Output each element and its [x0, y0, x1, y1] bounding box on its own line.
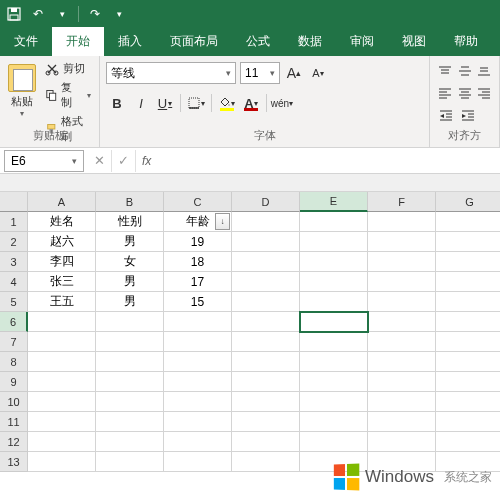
col-header-D[interactable]: D — [232, 192, 300, 212]
cell-D10[interactable] — [232, 392, 300, 412]
row-header-1[interactable]: 1 — [0, 212, 28, 232]
cell-E4[interactable] — [300, 272, 368, 292]
cell-C7[interactable] — [164, 332, 232, 352]
cell-B10[interactable] — [96, 392, 164, 412]
font-size-select[interactable]: 11▾ — [240, 62, 280, 84]
cell-F3[interactable] — [368, 252, 436, 272]
tab-数据[interactable]: 数据 — [284, 27, 336, 56]
cell-D1[interactable] — [232, 212, 300, 232]
font-name-select[interactable]: 等线▾ — [106, 62, 236, 84]
select-all-corner[interactable] — [0, 192, 28, 212]
cell-D11[interactable] — [232, 412, 300, 432]
cell-F4[interactable] — [368, 272, 436, 292]
col-header-B[interactable]: B — [96, 192, 164, 212]
cell-D5[interactable] — [232, 292, 300, 312]
cell-F9[interactable] — [368, 372, 436, 392]
decrease-font-button[interactable]: A▾ — [308, 63, 328, 83]
row-header-10[interactable]: 10 — [0, 392, 28, 412]
tab-审阅[interactable]: 审阅 — [336, 27, 388, 56]
cell-C13[interactable] — [164, 452, 232, 472]
cell-B8[interactable] — [96, 352, 164, 372]
cell-A5[interactable]: 王五 — [28, 292, 96, 312]
cell-C6[interactable] — [164, 312, 232, 332]
row-header-13[interactable]: 13 — [0, 452, 28, 472]
tab-插入[interactable]: 插入 — [104, 27, 156, 56]
tab-视图[interactable]: 视图 — [388, 27, 440, 56]
row-header-9[interactable]: 9 — [0, 372, 28, 392]
cell-G2[interactable] — [436, 232, 500, 252]
cell-B2[interactable]: 男 — [96, 232, 164, 252]
cell-C5[interactable]: 15 — [164, 292, 232, 312]
cell-A3[interactable]: 李四 — [28, 252, 96, 272]
cell-C2[interactable]: 19 — [164, 232, 232, 252]
cell-G5[interactable] — [436, 292, 500, 312]
cell-E3[interactable] — [300, 252, 368, 272]
cell-B5[interactable]: 男 — [96, 292, 164, 312]
cell-F7[interactable] — [368, 332, 436, 352]
italic-button[interactable]: I — [130, 92, 152, 114]
cancel-formula-button[interactable]: ✕ — [88, 150, 112, 172]
cell-F6[interactable] — [368, 312, 436, 332]
align-bottom-button[interactable] — [475, 62, 493, 80]
underline-button[interactable]: U▾ — [154, 92, 176, 114]
decrease-indent-button[interactable] — [436, 106, 456, 124]
cell-C9[interactable] — [164, 372, 232, 392]
undo-icon[interactable]: ↶ — [28, 4, 48, 24]
cell-D7[interactable] — [232, 332, 300, 352]
row-header-6[interactable]: 6 — [0, 312, 28, 332]
cell-A11[interactable] — [28, 412, 96, 432]
fx-label[interactable]: fx — [136, 154, 157, 168]
col-header-C[interactable]: C — [164, 192, 232, 212]
cell-E6[interactable] — [300, 312, 368, 332]
qat-dropdown-icon[interactable]: ▾ — [52, 4, 72, 24]
formula-input[interactable] — [157, 150, 500, 172]
row-header-2[interactable]: 2 — [0, 232, 28, 252]
cell-D2[interactable] — [232, 232, 300, 252]
row-header-7[interactable]: 7 — [0, 332, 28, 352]
cell-F5[interactable] — [368, 292, 436, 312]
row-header-11[interactable]: 11 — [0, 412, 28, 432]
cell-B9[interactable] — [96, 372, 164, 392]
cell-C12[interactable] — [164, 432, 232, 452]
increase-indent-button[interactable] — [458, 106, 478, 124]
cell-D6[interactable] — [232, 312, 300, 332]
cell-G4[interactable] — [436, 272, 500, 292]
tab-文件[interactable]: 文件 — [0, 27, 52, 56]
cell-F10[interactable] — [368, 392, 436, 412]
confirm-formula-button[interactable]: ✓ — [112, 150, 136, 172]
cell-E10[interactable] — [300, 392, 368, 412]
save-icon[interactable] — [4, 4, 24, 24]
filter-button[interactable]: ↓ — [215, 213, 230, 230]
touch-mode-icon[interactable]: ▾ — [109, 4, 129, 24]
cell-A9[interactable] — [28, 372, 96, 392]
cell-A10[interactable] — [28, 392, 96, 412]
cell-B1[interactable]: 性别 — [96, 212, 164, 232]
align-top-button[interactable] — [436, 62, 454, 80]
align-center-button[interactable] — [456, 84, 474, 102]
cell-E7[interactable] — [300, 332, 368, 352]
cell-G11[interactable] — [436, 412, 500, 432]
tab-页面布局[interactable]: 页面布局 — [156, 27, 232, 56]
cell-C4[interactable]: 17 — [164, 272, 232, 292]
cell-F8[interactable] — [368, 352, 436, 372]
cell-G12[interactable] — [436, 432, 500, 452]
col-header-F[interactable]: F — [368, 192, 436, 212]
increase-font-button[interactable]: A▴ — [284, 63, 304, 83]
cell-E11[interactable] — [300, 412, 368, 432]
cell-B3[interactable]: 女 — [96, 252, 164, 272]
row-header-12[interactable]: 12 — [0, 432, 28, 452]
cell-A2[interactable]: 赵六 — [28, 232, 96, 252]
fill-color-button[interactable]: ▾ — [216, 92, 238, 114]
redo-icon[interactable]: ↷ — [85, 4, 105, 24]
font-color-button[interactable]: A▾ — [240, 92, 262, 114]
cell-A7[interactable] — [28, 332, 96, 352]
cell-B7[interactable] — [96, 332, 164, 352]
cell-D9[interactable] — [232, 372, 300, 392]
cell-E2[interactable] — [300, 232, 368, 252]
cell-C3[interactable]: 18 — [164, 252, 232, 272]
cell-F11[interactable] — [368, 412, 436, 432]
copy-button[interactable]: 复制▾ — [43, 79, 93, 111]
paste-button[interactable]: 粘贴 ▾ — [6, 60, 39, 126]
cell-E8[interactable] — [300, 352, 368, 372]
cell-A6[interactable] — [28, 312, 96, 332]
